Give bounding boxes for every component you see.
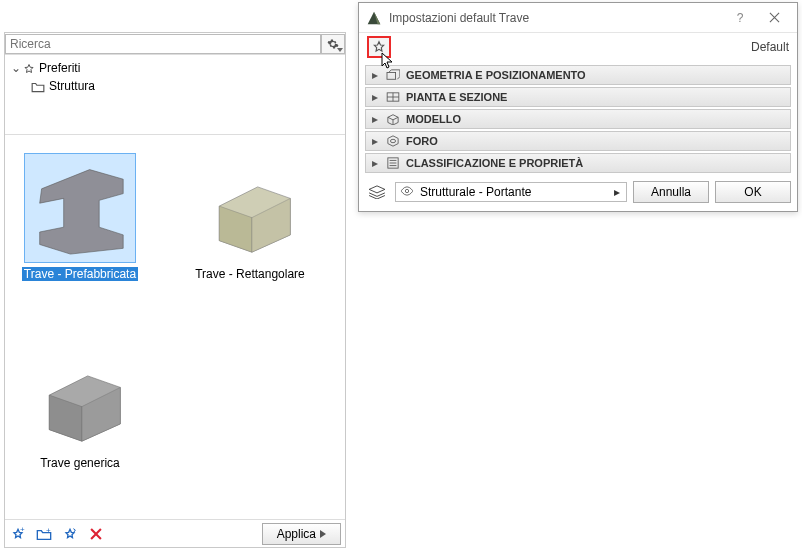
close-button[interactable] bbox=[757, 6, 791, 30]
cancel-button[interactable]: Annulla bbox=[633, 181, 709, 203]
geometry-icon bbox=[386, 69, 400, 81]
thumb-image bbox=[194, 153, 306, 263]
folder-icon bbox=[31, 79, 45, 93]
delete-button[interactable] bbox=[87, 525, 105, 543]
bottom-bar: + + Applica bbox=[5, 519, 345, 547]
section-pianta[interactable]: ▸ Pianta e Sezione bbox=[365, 87, 791, 107]
svg-marker-0 bbox=[40, 170, 124, 254]
star-plus-icon: + bbox=[10, 526, 26, 542]
tree: ⌄ Preferiti Struttura bbox=[5, 55, 345, 135]
thumb-prefab[interactable]: Trave - Prefabbricata bbox=[15, 153, 145, 312]
star-icon bbox=[372, 40, 386, 54]
expand-icon: ▸ bbox=[370, 156, 380, 170]
beam-i-icon bbox=[32, 160, 128, 256]
default-label: Default bbox=[751, 40, 789, 54]
search-settings-button[interactable] bbox=[321, 34, 345, 54]
beam-generic-icon bbox=[32, 349, 128, 445]
expand-icon: ▸ bbox=[370, 90, 380, 104]
svg-point-15 bbox=[390, 139, 395, 142]
collapse-arrow-icon: ⌄ bbox=[11, 61, 23, 75]
model-icon bbox=[386, 113, 400, 125]
search-input[interactable] bbox=[5, 34, 321, 54]
expand-icon: ▸ bbox=[370, 68, 380, 82]
tree-child-label: Struttura bbox=[49, 79, 95, 93]
favorite-row: Default bbox=[359, 33, 797, 61]
x-icon bbox=[89, 527, 103, 541]
beam-rect-icon bbox=[202, 160, 298, 256]
refresh-favorite-button[interactable] bbox=[61, 525, 79, 543]
svg-point-20 bbox=[405, 189, 408, 192]
dialog-footer: Strutturale - Portante ▸ Annulla OK bbox=[359, 177, 797, 211]
thumb-image bbox=[24, 153, 136, 263]
apply-button[interactable]: Applica bbox=[262, 523, 341, 545]
thumb-grid: Trave - Prefabbricata Trave - Rettangola… bbox=[5, 135, 345, 519]
section-label: Pianta e Sezione bbox=[406, 91, 507, 103]
thumb-label: Trave generica bbox=[40, 456, 120, 470]
classify-icon bbox=[386, 157, 400, 169]
svg-rect-11 bbox=[387, 72, 396, 79]
star-icon bbox=[23, 61, 35, 75]
thumb-rect[interactable]: Trave - Rettangolare bbox=[185, 153, 315, 312]
section-geometria[interactable]: ▸ Geometria e Posizionamento bbox=[365, 65, 791, 85]
search-row bbox=[5, 33, 345, 55]
chevron-down-icon bbox=[337, 48, 343, 52]
layer-icon bbox=[365, 185, 389, 199]
layer-name: Strutturale - Portante bbox=[420, 185, 606, 199]
apply-label: Applica bbox=[277, 527, 316, 541]
folder-plus-icon: + bbox=[36, 527, 52, 541]
help-icon: ? bbox=[737, 11, 744, 25]
titlebar: Impostazioni default Trave ? bbox=[359, 3, 797, 33]
star-refresh-icon bbox=[62, 526, 78, 542]
settings-dialog: Impostazioni default Trave ? Default ▸ G… bbox=[358, 2, 798, 212]
thumb-generic[interactable]: Trave generica bbox=[15, 342, 145, 501]
sections: ▸ Geometria e Posizionamento ▸ Pianta e … bbox=[359, 61, 797, 177]
thumb-label: Trave - Rettangolare bbox=[195, 267, 305, 281]
section-label: Modello bbox=[406, 113, 461, 125]
section-label: Classificazione e Proprietà bbox=[406, 157, 583, 169]
section-classificazione[interactable]: ▸ Classificazione e Proprietà bbox=[365, 153, 791, 173]
app-icon bbox=[365, 9, 383, 27]
layer-dropdown[interactable]: Strutturale - Portante ▸ bbox=[395, 182, 627, 202]
section-modello[interactable]: ▸ Modello bbox=[365, 109, 791, 129]
dialog-title: Impostazioni default Trave bbox=[389, 11, 723, 25]
close-icon bbox=[769, 12, 780, 23]
svg-text:+: + bbox=[20, 526, 25, 534]
ok-button[interactable]: OK bbox=[715, 181, 791, 203]
expand-icon: ▸ bbox=[370, 134, 380, 148]
expand-icon: ▸ bbox=[370, 112, 380, 126]
new-favorite-button[interactable]: + bbox=[9, 525, 27, 543]
new-folder-button[interactable]: + bbox=[35, 525, 53, 543]
tree-root-favorites[interactable]: ⌄ Preferiti bbox=[5, 59, 345, 77]
hole-icon bbox=[386, 135, 400, 147]
thumb-label: Trave - Prefabbricata bbox=[22, 267, 138, 281]
section-label: Geometria e Posizionamento bbox=[406, 69, 586, 81]
help-button[interactable]: ? bbox=[723, 6, 757, 30]
tree-child-struttura[interactable]: Struttura bbox=[5, 77, 345, 95]
section-label: Foro bbox=[406, 135, 438, 147]
eye-icon bbox=[400, 185, 414, 199]
svg-text:+: + bbox=[46, 527, 51, 535]
chevron-right-icon bbox=[320, 530, 326, 538]
section-foro[interactable]: ▸ Foro bbox=[365, 131, 791, 151]
plan-icon bbox=[386, 92, 400, 102]
favorite-toggle-button[interactable] bbox=[367, 36, 391, 58]
tree-root-label: Preferiti bbox=[39, 61, 80, 75]
chevron-right-icon: ▸ bbox=[612, 185, 622, 199]
favorites-panel: ⌄ Preferiti Struttura Trave - Prefabbric… bbox=[4, 32, 346, 548]
thumb-image bbox=[24, 342, 136, 452]
